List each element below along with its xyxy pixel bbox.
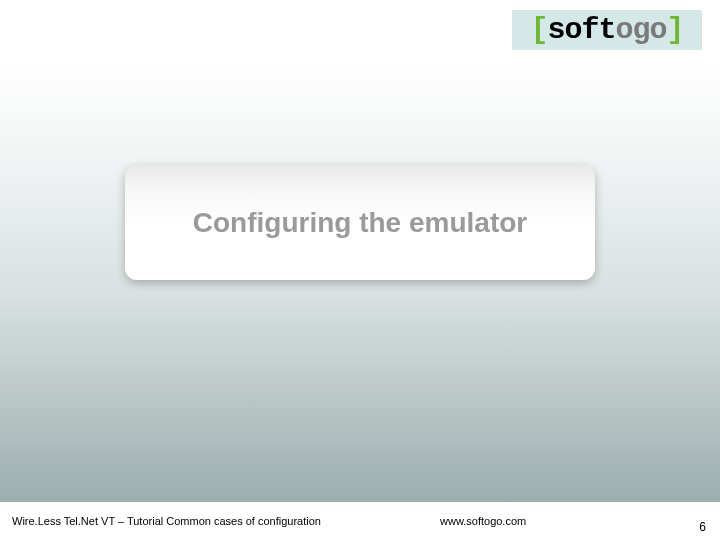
footer: Wire.Less Tel.Net VT – Tutorial Common c… [0, 502, 720, 540]
footer-url: www.softogo.com [440, 515, 526, 527]
slide: [softogo] Configuring the emulator Wire.… [0, 0, 720, 540]
page-number: 6 [699, 520, 706, 534]
footer-left-text: Wire.Less Tel.Net VT – Tutorial Common c… [12, 515, 321, 527]
title-box: Configuring the emulator [125, 165, 595, 280]
logo-soft: soft [547, 13, 615, 47]
logo-bracket-close: ] [667, 13, 684, 47]
logo-bracket-open: [ [530, 13, 547, 47]
logo: [softogo] [512, 10, 702, 50]
logo-ogo: ogo [616, 13, 667, 47]
slide-title: Configuring the emulator [193, 207, 527, 239]
logo-text: [softogo] [530, 13, 683, 47]
